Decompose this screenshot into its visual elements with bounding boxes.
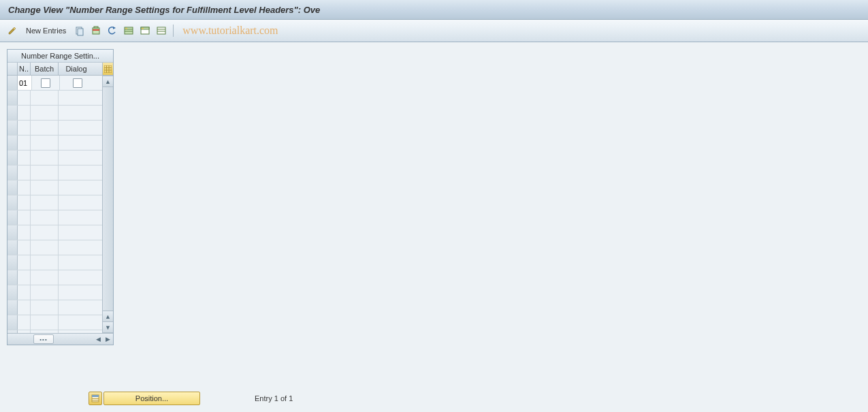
cell-n-empty[interactable] <box>18 240 31 255</box>
cell-n-empty[interactable] <box>18 330 31 333</box>
table-row-empty <box>7 165 102 180</box>
cell-dialog-empty[interactable] <box>59 240 94 255</box>
row-selector[interactable] <box>7 91 18 105</box>
cell-n-empty[interactable] <box>18 270 31 285</box>
cell-dialog-empty[interactable] <box>59 121 94 135</box>
cell-dialog-empty[interactable] <box>59 180 94 195</box>
scroll-right-icon[interactable]: ▶ <box>103 335 112 343</box>
cell-n-empty[interactable] <box>18 255 31 270</box>
cell-batch-empty[interactable] <box>31 270 59 285</box>
cell-n-empty[interactable] <box>18 121 31 135</box>
cell-dialog-empty[interactable] <box>59 315 94 330</box>
cell-batch-empty[interactable] <box>31 180 59 195</box>
select-block-icon[interactable] <box>138 24 152 37</box>
cell-dialog-empty[interactable] <box>59 165 94 180</box>
scroll-up-icon[interactable]: ▲ <box>103 76 113 87</box>
cell-batch-empty[interactable] <box>31 255 59 270</box>
column-selector[interactable] <box>7 63 18 75</box>
scroll-line-up-icon[interactable]: ▲ <box>103 311 113 322</box>
new-entries-button[interactable]: New Entries <box>22 24 70 37</box>
cell-batch-empty[interactable] <box>31 240 59 255</box>
scroll-left-icon[interactable]: ◀ <box>94 335 102 343</box>
copy-as-icon[interactable] <box>73 24 86 37</box>
cell-dialog-empty[interactable] <box>59 300 94 315</box>
cell-n-empty[interactable] <box>18 225 31 240</box>
row-selector[interactable] <box>7 240 18 255</box>
vertical-scrollbar[interactable]: ▲ ▲ ▼ <box>102 63 113 333</box>
deselect-all-icon[interactable] <box>155 24 168 37</box>
cell-batch-empty[interactable] <box>31 210 59 225</box>
cell-n-empty[interactable] <box>18 165 31 180</box>
row-selector[interactable] <box>7 76 18 90</box>
row-selector[interactable] <box>7 180 18 195</box>
cell-n-empty[interactable] <box>18 195 31 210</box>
position-icon[interactable] <box>89 392 102 405</box>
cell-batch[interactable] <box>32 76 60 90</box>
row-selector[interactable] <box>7 330 18 333</box>
checkbox[interactable] <box>73 78 82 88</box>
row-selector[interactable] <box>7 210 18 225</box>
row-selector[interactable] <box>7 270 18 285</box>
undo-change-icon[interactable] <box>106 24 119 37</box>
cell-n-empty[interactable] <box>18 315 31 330</box>
cell-dialog-empty[interactable] <box>59 106 94 120</box>
row-selector[interactable] <box>7 136 18 150</box>
cell-dialog-empty[interactable] <box>59 195 94 210</box>
cell-n-empty[interactable] <box>18 210 31 225</box>
cell-batch-empty[interactable] <box>31 225 59 240</box>
cell-dialog-empty[interactable] <box>59 210 94 225</box>
cell-n-empty[interactable] <box>18 136 31 150</box>
cell-n-empty[interactable] <box>18 106 31 120</box>
row-selector[interactable] <box>7 255 18 270</box>
row-selector[interactable] <box>7 150 18 165</box>
cell-dialog-empty[interactable] <box>59 225 94 240</box>
cell-dialog-empty[interactable] <box>59 330 94 333</box>
row-selector[interactable] <box>7 300 18 315</box>
cell-dialog-empty[interactable] <box>59 136 94 150</box>
row-selector[interactable] <box>7 165 18 180</box>
cell-batch-empty[interactable] <box>31 195 59 210</box>
cell-batch-empty[interactable] <box>31 150 59 165</box>
row-selector[interactable] <box>7 195 18 210</box>
cell-n[interactable]: 01 <box>18 76 32 90</box>
cell-dialog-empty[interactable] <box>59 255 94 270</box>
checkbox[interactable] <box>41 78 50 88</box>
row-selector[interactable] <box>7 225 18 240</box>
select-all-icon[interactable] <box>122 24 135 37</box>
cell-n-empty[interactable] <box>18 150 31 165</box>
cell-batch-empty[interactable] <box>31 315 59 330</box>
column-header-n[interactable]: N.. <box>18 63 31 75</box>
cell-dialog-empty[interactable] <box>59 270 94 285</box>
cell-dialog-empty[interactable] <box>59 91 94 105</box>
table-row-empty <box>7 270 102 285</box>
scroll-down-icon[interactable]: ▼ <box>103 322 113 333</box>
cell-n-empty[interactable] <box>18 180 31 195</box>
cell-dialog[interactable] <box>60 76 95 90</box>
column-header-batch[interactable]: Batch <box>31 63 59 75</box>
cell-batch-empty[interactable] <box>31 300 59 315</box>
row-selector[interactable] <box>7 106 18 120</box>
cell-dialog-empty[interactable] <box>59 285 94 300</box>
position-button[interactable]: Position... <box>103 392 200 405</box>
row-selector[interactable] <box>7 285 18 300</box>
cell-batch-empty[interactable] <box>31 330 59 333</box>
cell-n-empty[interactable] <box>18 91 31 105</box>
table-row-empty <box>7 255 102 270</box>
cell-batch-empty[interactable] <box>31 165 59 180</box>
cell-dialog-empty[interactable] <box>59 150 94 165</box>
cell-n-empty[interactable] <box>18 285 31 300</box>
cell-batch-empty[interactable] <box>31 121 59 135</box>
column-overview-icon[interactable]: ••• <box>33 334 54 344</box>
delete-icon[interactable] <box>89 24 103 37</box>
cell-batch-empty[interactable] <box>31 106 59 120</box>
horizontal-scrollbar[interactable]: ••• ◀ ▶ <box>7 333 113 345</box>
row-selector[interactable] <box>7 315 18 330</box>
cell-batch-empty[interactable] <box>31 136 59 150</box>
cell-n-empty[interactable] <box>18 300 31 315</box>
cell-batch-empty[interactable] <box>31 285 59 300</box>
column-header-dialog[interactable]: Dialog <box>59 63 94 75</box>
table-settings-icon[interactable] <box>103 63 113 76</box>
cell-batch-empty[interactable] <box>31 91 59 105</box>
toggle-change-icon[interactable] <box>5 24 19 37</box>
row-selector[interactable] <box>7 121 18 135</box>
